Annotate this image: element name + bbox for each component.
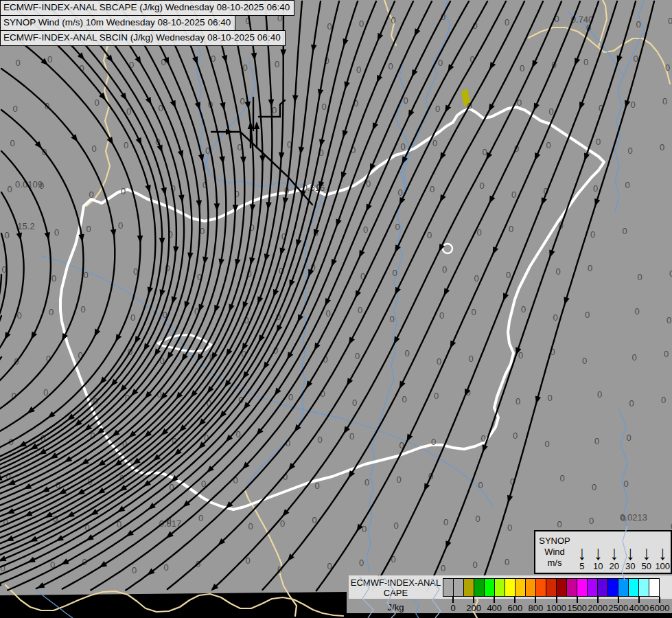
title-line-sbcape: ECMWF-INDEX-ANAL SBCAPE (J/kg) Wednesday… [0,0,294,16]
station-zero-value: 0 [403,95,408,106]
colorbar-tick-label: 600 [507,603,522,613]
station-zero-value: 0 [505,17,509,27]
station-zero-value: 0 [432,138,437,148]
cape-color-swatch [494,578,505,597]
station-zero-value: 0 [589,516,594,526]
station-zero-value: 0 [356,65,361,75]
station-zero-value: 0 [392,268,397,278]
station-zero-value: 0 [47,54,52,65]
cape-color-swatch [607,578,618,597]
station-zero-value: 0 [364,477,369,488]
colorbar-tick [494,597,495,603]
station-zero-value: 0 [665,62,670,73]
station-zero-value: 0 [585,310,590,320]
station-zero-value: 0 [198,513,203,523]
station-zero-value: 0 [83,270,88,280]
station-zero-value: 0 [590,229,595,240]
station-zero-value: 0 [355,351,360,361]
station-zero-value: 0 [397,187,402,198]
station-zero-value: 0 [472,560,477,570]
station-zero-value: 0 [15,58,20,68]
wind-legend-entry: ↓100 [655,531,671,573]
station-zero-value: 0 [475,514,480,524]
wind-legend-scale: ↓5↓10↓20↓30↓50↓100 [574,531,671,573]
station-zero-value: 0 [511,190,516,200]
wind-arrow-icon: ↓ [626,543,635,562]
station-zero-value: 0 [627,146,632,156]
station-zero-value: 0 [593,183,598,194]
cape-colorbar [443,578,660,597]
cape-legend-subtitle: CAPE [349,588,443,598]
station-zero-value: 0 [404,348,409,358]
station-zero-value: 0 [163,562,168,573]
station-zero-value: 0 [505,557,509,567]
station-zero-value: 0 [130,312,135,323]
wind-legend-entry: ↓5 [574,531,590,573]
cape-color-legend: ECMWF-INDEX-ANAL CAPE J/kg 0200400600800… [349,575,672,613]
station-zero-value: 0 [546,140,551,150]
colorbar-tick-label: 1000 [546,603,566,613]
station-zero-value: 0 [482,147,487,157]
wind-legend-title-line: Wind [544,547,565,558]
station-zero-value: 0 [594,436,599,446]
cape-color-swatch [587,578,598,597]
station-zero-value: 0 [626,433,631,443]
station-zero-value: 0 [632,352,636,363]
cape-color-swatch [556,578,567,597]
station-zero-value: 0 [363,225,368,235]
wind-legend-entry: ↓30 [623,531,639,573]
wind-arrow-icon: ↓ [642,543,651,562]
station-numeric-value: 15.2 [17,221,34,231]
title-bar: ECMWF-INDEX-ANAL SBCAPE (J/kg) Wednesday… [0,0,294,46]
cape-color-swatch [505,578,515,597]
colorbar-tick-label: 6000 [650,603,670,613]
colorbar-tick-label: 1500 [567,603,587,613]
station-zero-value: 0 [400,141,405,152]
cape-legend-units: J/kg [349,602,443,613]
station-zero-value: 0 [479,181,484,191]
cape-color-swatch [566,578,577,597]
station-zero-value: 0 [636,19,640,30]
station-zero-value: 0 [118,220,123,231]
station-zero-value: 0 [559,473,564,483]
station-zero-value: 0 [358,305,362,315]
title-line-wind: SYNOP Wind (m/s) 10m Wednesday 08-10-202… [0,15,235,31]
station-zero-value: 0 [662,96,667,106]
station-zero-value: 0 [468,354,473,364]
station-zero-value: 0 [434,391,439,401]
wind-legend-entry: ↓50 [638,531,655,573]
station-zero-value: 0 [427,230,432,240]
station-zero-value: 0 [622,226,627,236]
cape-color-swatch [649,578,660,597]
station-zero-value: 0 [667,315,671,325]
station-zero-value: 0 [661,395,666,405]
station-zero-value: 0 [54,227,59,238]
colorbar-tick [638,597,640,603]
station-zero-value: 0 [132,565,137,575]
cape-color-swatch [618,578,629,597]
colorbar-tick [597,597,599,603]
station-zero-value: 0 [583,57,588,67]
station-zero-value: 0 [325,308,330,319]
cape-color-swatch [535,578,546,597]
colorbar-tick [535,597,536,603]
colorbar-tick-label: 200 [466,603,481,613]
station-zero-value: 0 [396,474,401,485]
colorbar-tick-label: 800 [529,603,544,613]
station-zero-value: 0 [49,307,54,317]
colorbar-tick [556,597,557,603]
station-zero-value: 0 [51,273,56,284]
cape-color-swatch [443,578,454,597]
station-zero-value: 0 [352,398,357,408]
cape-color-swatch [474,578,485,597]
cape-color-swatch [577,578,588,597]
station-zero-value: 0 [625,180,629,190]
station-zero-value: 0 [630,100,635,110]
colorbar-tick-label: 0 [450,603,455,613]
station-zero-value: 0 [10,138,14,148]
colorbar-tick-label: 2500 [608,603,628,613]
station-zero-value: 0 [359,19,364,29]
station-zero-value: 0 [435,104,440,114]
station-zero-value: 0 [389,314,394,324]
station-zero-value: 0 [592,482,596,492]
